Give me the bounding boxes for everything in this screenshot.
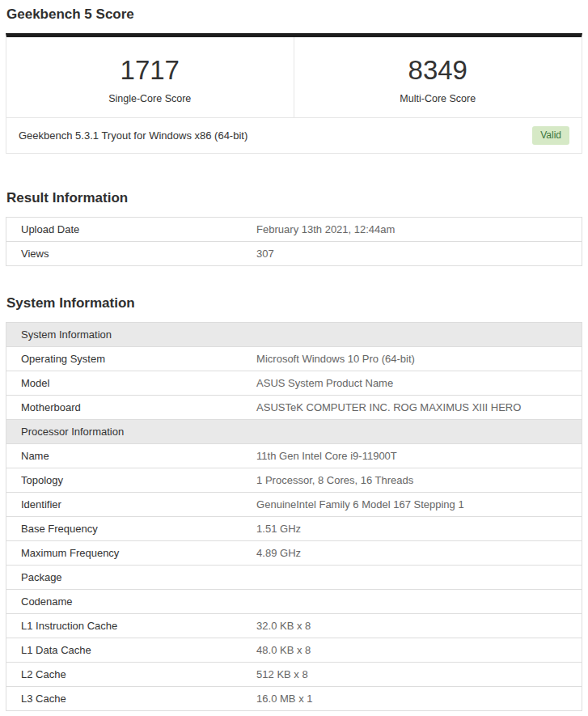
- table-row: Identifier GenuineIntel Family 6 Model 1…: [6, 492, 582, 516]
- row-value: 512 KB x 8: [247, 662, 582, 686]
- score-card-footer: Geekbench 5.3.1 Tryout for Windows x86 (…: [6, 117, 582, 152]
- single-core-score-value: 1717: [15, 53, 286, 87]
- table-row: Topology 1 Processor, 8 Cores, 16 Thread…: [6, 468, 582, 492]
- row-label: Codename: [6, 589, 247, 613]
- row-label: Model: [6, 371, 247, 395]
- page-title: Geekbench 5 Score: [6, 6, 582, 23]
- system-information-heading: System Information: [6, 295, 582, 311]
- row-label: Topology: [6, 468, 247, 492]
- row-value: 1.51 GHz: [247, 516, 582, 540]
- row-value: [247, 565, 582, 589]
- table-row: L3 Cache 16.0 MB x 1: [6, 686, 582, 710]
- table-row: Operating System Microsoft Windows 10 Pr…: [6, 346, 582, 371]
- row-label: Name: [6, 443, 247, 468]
- row-label: L1 Data Cache: [6, 638, 247, 662]
- single-core-score-label: Single-Core Score: [15, 93, 286, 104]
- score-row: 1717 Single-Core Score 8349 Multi-Core S…: [6, 37, 582, 117]
- row-value: ASUSTeK COMPUTER INC. ROG MAXIMUS XIII H…: [247, 395, 582, 419]
- table-row: Name 11th Gen Intel Core i9-11900T: [6, 443, 582, 468]
- section-header-row: System Information: [6, 322, 582, 346]
- section-header-row: Processor Information: [6, 419, 582, 443]
- system-information-table: System Information Operating System Micr…: [6, 322, 582, 711]
- result-information-table: Upload Date February 13th 2021, 12:44am …: [6, 217, 582, 266]
- row-value: ASUS System Product Name: [247, 371, 582, 395]
- row-label: L2 Cache: [6, 662, 247, 686]
- row-label: Operating System: [6, 346, 247, 371]
- row-value: Microsoft Windows 10 Pro (64-bit): [247, 346, 582, 371]
- multi-core-score-label: Multi-Core Score: [302, 93, 574, 104]
- table-row: L2 Cache 512 KB x 8: [6, 662, 582, 686]
- table-row: Model ASUS System Product Name: [6, 371, 582, 395]
- table-row: L1 Data Cache 48.0 KB x 8: [6, 638, 582, 662]
- row-label: Base Frequency: [6, 516, 247, 540]
- row-label: Maximum Frequency: [6, 540, 247, 565]
- table-row: L1 Instruction Cache 32.0 KB x 8: [6, 613, 582, 638]
- benchmark-version-text: Geekbench 5.3.1 Tryout for Windows x86 (…: [19, 129, 247, 142]
- row-value: 4.89 GHz: [247, 540, 582, 565]
- row-label: Upload Date: [6, 217, 247, 241]
- table-row: Base Frequency 1.51 GHz: [6, 516, 582, 540]
- single-core-score-cell: 1717 Single-Core Score: [6, 37, 294, 117]
- result-information-heading: Result Information: [6, 190, 582, 206]
- multi-core-score-value: 8349: [302, 53, 574, 87]
- row-label: Identifier: [6, 492, 247, 516]
- score-card: 1717 Single-Core Score 8349 Multi-Core S…: [6, 33, 582, 154]
- row-value: 32.0 KB x 8: [247, 613, 582, 638]
- valid-badge: Valid: [532, 126, 569, 144]
- row-value: 48.0 KB x 8: [247, 638, 582, 662]
- table-row: Codename: [6, 589, 582, 613]
- row-value: 1 Processor, 8 Cores, 16 Threads: [247, 468, 582, 492]
- row-label: Package: [6, 565, 247, 589]
- table-row: Motherboard ASUSTeK COMPUTER INC. ROG MA…: [6, 395, 582, 419]
- row-value: GenuineIntel Family 6 Model 167 Stepping…: [247, 492, 582, 516]
- geekbench-result-page: Geekbench 5 Score 1717 Single-Core Score…: [0, 0, 588, 716]
- table-row: Upload Date February 13th 2021, 12:44am: [6, 217, 582, 241]
- row-label: L3 Cache: [6, 686, 247, 710]
- row-value: 16.0 MB x 1: [247, 686, 582, 710]
- row-value: 11th Gen Intel Core i9-11900T: [247, 443, 582, 468]
- table-row: Views 307: [6, 241, 582, 265]
- row-value: February 13th 2021, 12:44am: [247, 217, 582, 241]
- row-label: Motherboard: [6, 395, 247, 419]
- row-label: L1 Instruction Cache: [6, 613, 247, 638]
- row-value: 307: [247, 241, 582, 265]
- row-value: [247, 589, 582, 613]
- section-header-label: System Information: [6, 322, 582, 346]
- row-label: Views: [6, 241, 247, 265]
- table-row: Package: [6, 565, 582, 589]
- table-row: Maximum Frequency 4.89 GHz: [6, 540, 582, 565]
- multi-core-score-cell: 8349 Multi-Core Score: [294, 37, 582, 117]
- section-header-label: Processor Information: [6, 419, 582, 443]
